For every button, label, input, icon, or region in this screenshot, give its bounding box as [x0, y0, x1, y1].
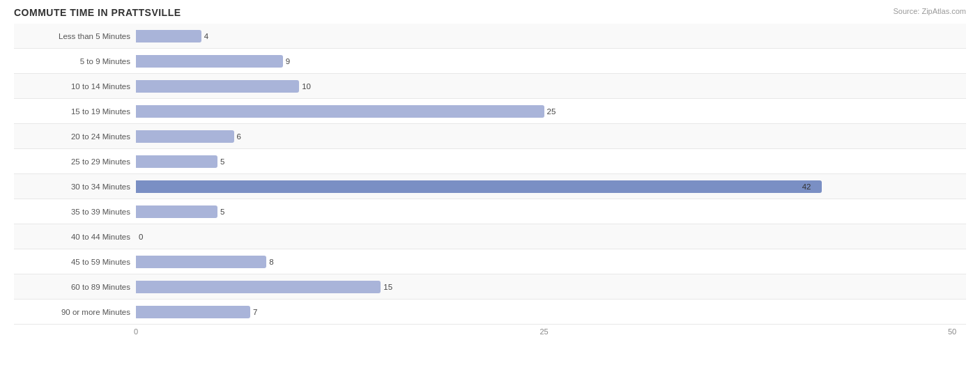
bar-label: 20 to 24 Minutes [14, 132, 136, 141]
bar-value: 15 [383, 283, 392, 291]
bar-label: 10 to 14 Minutes [14, 82, 136, 91]
bar-row: 10 to 14 Minutes10 [14, 74, 966, 99]
bar-value: 0 [139, 233, 143, 241]
chart-header: COMMUTE TIME IN PRATTSVILLE Source: ZipA… [14, 7, 966, 18]
bar-fill [136, 256, 266, 268]
chart-container: COMMUTE TIME IN PRATTSVILLE Source: ZipA… [0, 0, 980, 365]
bar-label: 40 to 44 Minutes [14, 233, 136, 241]
bar-track: 5 [136, 204, 966, 219]
bar-value: 4 [204, 32, 208, 40]
bar-label: 25 to 29 Minutes [14, 157, 136, 166]
bar-row: 40 to 44 Minutes0 [14, 224, 966, 249]
bar-row: 90 or more Minutes7 [14, 300, 966, 325]
bar-track: 0 [136, 229, 966, 244]
bar-value: 10 [302, 82, 311, 91]
bar-fill [136, 205, 217, 218]
bar-row: Less than 5 Minutes4 [14, 24, 966, 49]
bar-track: 8 [136, 254, 966, 270]
chart-area: Less than 5 Minutes45 to 9 Minutes910 to… [14, 24, 966, 325]
bar-value: 42 [802, 182, 811, 191]
bar-fill [136, 80, 299, 93]
chart-source: Source: ZipAtlas.com [893, 7, 966, 15]
bar-fill [136, 55, 283, 68]
bar-row: 20 to 24 Minutes6 [14, 124, 966, 149]
bar-fill [136, 180, 822, 193]
chart-rows-wrapper: Less than 5 Minutes45 to 9 Minutes910 to… [14, 24, 966, 341]
bar-fill [136, 30, 201, 42]
bar-row: 60 to 89 Minutes15 [14, 274, 966, 300]
bar-value: 5 [220, 208, 224, 216]
x-axis-label: 25 [539, 327, 548, 336]
bar-label: 45 to 59 Minutes [14, 258, 136, 266]
bar-value: 8 [269, 258, 273, 266]
x-axis-label: 50 [948, 327, 956, 336]
bar-value: 25 [547, 107, 556, 116]
bar-track: 15 [136, 279, 966, 295]
chart-title: COMMUTE TIME IN PRATTSVILLE [14, 7, 181, 18]
bar-fill [136, 306, 250, 318]
bar-value: 5 [220, 157, 224, 166]
bar-track: 25 [136, 104, 966, 119]
bar-track: 5 [136, 154, 966, 169]
bar-row: 30 to 34 Minutes42 [14, 174, 966, 199]
bar-label: 30 to 34 Minutes [14, 182, 136, 191]
bar-label: 15 to 19 Minutes [14, 107, 136, 116]
bar-label: Less than 5 Minutes [14, 32, 136, 40]
bar-row: 15 to 19 Minutes25 [14, 99, 966, 124]
bar-track: 42 [136, 179, 966, 194]
bar-label: 35 to 39 Minutes [14, 208, 136, 216]
bar-value: 6 [237, 132, 241, 141]
bar-label: 5 to 9 Minutes [14, 57, 136, 65]
bar-value: 9 [286, 57, 290, 65]
bar-track: 9 [136, 54, 966, 69]
bar-track: 6 [136, 129, 966, 144]
bar-row: 35 to 39 Minutes5 [14, 199, 966, 224]
bar-label: 90 or more Minutes [14, 308, 136, 316]
bar-track: 7 [136, 304, 966, 320]
bar-row: 5 to 9 Minutes9 [14, 49, 966, 74]
bar-fill [136, 155, 217, 168]
bar-track: 10 [136, 79, 966, 94]
bar-fill [136, 130, 234, 143]
x-axis-label: 0 [134, 327, 138, 336]
bar-track: 4 [136, 29, 966, 44]
bar-fill [136, 105, 544, 118]
bar-row: 25 to 29 Minutes5 [14, 149, 966, 174]
bar-value: 7 [253, 308, 257, 316]
bar-row: 45 to 59 Minutes8 [14, 249, 966, 274]
bar-fill [136, 281, 381, 293]
bar-label: 60 to 89 Minutes [14, 283, 136, 291]
x-axis: 02550 [136, 327, 952, 341]
